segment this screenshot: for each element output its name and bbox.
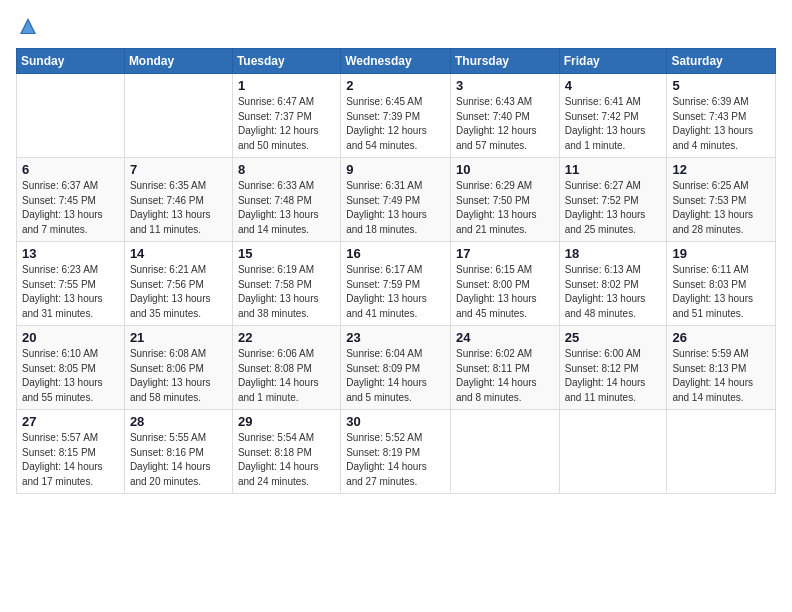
calendar-cell: 16Sunrise: 6:17 AM Sunset: 7:59 PM Dayli… <box>341 242 451 326</box>
day-number: 5 <box>672 78 770 93</box>
calendar-header-thursday: Thursday <box>450 49 559 74</box>
calendar-cell: 23Sunrise: 6:04 AM Sunset: 8:09 PM Dayli… <box>341 326 451 410</box>
calendar-header-wednesday: Wednesday <box>341 49 451 74</box>
day-info: Sunrise: 6:43 AM Sunset: 7:40 PM Dayligh… <box>456 95 554 153</box>
day-number: 18 <box>565 246 662 261</box>
calendar-week-1: 1Sunrise: 6:47 AM Sunset: 7:37 PM Daylig… <box>17 74 776 158</box>
calendar-week-4: 20Sunrise: 6:10 AM Sunset: 8:05 PM Dayli… <box>17 326 776 410</box>
calendar-cell: 3Sunrise: 6:43 AM Sunset: 7:40 PM Daylig… <box>450 74 559 158</box>
calendar-header-tuesday: Tuesday <box>232 49 340 74</box>
calendar-cell: 14Sunrise: 6:21 AM Sunset: 7:56 PM Dayli… <box>124 242 232 326</box>
day-info: Sunrise: 6:33 AM Sunset: 7:48 PM Dayligh… <box>238 179 335 237</box>
calendar-cell: 9Sunrise: 6:31 AM Sunset: 7:49 PM Daylig… <box>341 158 451 242</box>
calendar-cell: 28Sunrise: 5:55 AM Sunset: 8:16 PM Dayli… <box>124 410 232 494</box>
day-info: Sunrise: 6:47 AM Sunset: 7:37 PM Dayligh… <box>238 95 335 153</box>
day-number: 2 <box>346 78 445 93</box>
logo <box>16 16 38 36</box>
day-number: 17 <box>456 246 554 261</box>
calendar-cell: 8Sunrise: 6:33 AM Sunset: 7:48 PM Daylig… <box>232 158 340 242</box>
logo-icon <box>18 16 38 36</box>
day-info: Sunrise: 6:35 AM Sunset: 7:46 PM Dayligh… <box>130 179 227 237</box>
calendar-header-sunday: Sunday <box>17 49 125 74</box>
day-info: Sunrise: 5:52 AM Sunset: 8:19 PM Dayligh… <box>346 431 445 489</box>
calendar-cell: 24Sunrise: 6:02 AM Sunset: 8:11 PM Dayli… <box>450 326 559 410</box>
day-number: 20 <box>22 330 119 345</box>
calendar-cell: 25Sunrise: 6:00 AM Sunset: 8:12 PM Dayli… <box>559 326 667 410</box>
day-number: 3 <box>456 78 554 93</box>
day-info: Sunrise: 6:10 AM Sunset: 8:05 PM Dayligh… <box>22 347 119 405</box>
day-number: 16 <box>346 246 445 261</box>
day-info: Sunrise: 6:21 AM Sunset: 7:56 PM Dayligh… <box>130 263 227 321</box>
day-info: Sunrise: 6:17 AM Sunset: 7:59 PM Dayligh… <box>346 263 445 321</box>
calendar-cell: 19Sunrise: 6:11 AM Sunset: 8:03 PM Dayli… <box>667 242 776 326</box>
day-info: Sunrise: 6:00 AM Sunset: 8:12 PM Dayligh… <box>565 347 662 405</box>
day-number: 28 <box>130 414 227 429</box>
day-number: 11 <box>565 162 662 177</box>
day-number: 30 <box>346 414 445 429</box>
calendar-cell: 12Sunrise: 6:25 AM Sunset: 7:53 PM Dayli… <box>667 158 776 242</box>
calendar-cell: 13Sunrise: 6:23 AM Sunset: 7:55 PM Dayli… <box>17 242 125 326</box>
calendar-cell <box>559 410 667 494</box>
day-number: 12 <box>672 162 770 177</box>
day-info: Sunrise: 6:13 AM Sunset: 8:02 PM Dayligh… <box>565 263 662 321</box>
calendar-week-3: 13Sunrise: 6:23 AM Sunset: 7:55 PM Dayli… <box>17 242 776 326</box>
calendar-cell: 7Sunrise: 6:35 AM Sunset: 7:46 PM Daylig… <box>124 158 232 242</box>
day-number: 24 <box>456 330 554 345</box>
day-number: 15 <box>238 246 335 261</box>
calendar-header-friday: Friday <box>559 49 667 74</box>
calendar-cell: 10Sunrise: 6:29 AM Sunset: 7:50 PM Dayli… <box>450 158 559 242</box>
day-info: Sunrise: 6:15 AM Sunset: 8:00 PM Dayligh… <box>456 263 554 321</box>
day-number: 7 <box>130 162 227 177</box>
day-info: Sunrise: 6:45 AM Sunset: 7:39 PM Dayligh… <box>346 95 445 153</box>
calendar-cell: 30Sunrise: 5:52 AM Sunset: 8:19 PM Dayli… <box>341 410 451 494</box>
day-number: 19 <box>672 246 770 261</box>
calendar-cell: 1Sunrise: 6:47 AM Sunset: 7:37 PM Daylig… <box>232 74 340 158</box>
day-info: Sunrise: 6:25 AM Sunset: 7:53 PM Dayligh… <box>672 179 770 237</box>
day-number: 25 <box>565 330 662 345</box>
day-info: Sunrise: 6:37 AM Sunset: 7:45 PM Dayligh… <box>22 179 119 237</box>
day-info: Sunrise: 6:04 AM Sunset: 8:09 PM Dayligh… <box>346 347 445 405</box>
day-number: 29 <box>238 414 335 429</box>
day-info: Sunrise: 5:55 AM Sunset: 8:16 PM Dayligh… <box>130 431 227 489</box>
calendar-cell: 11Sunrise: 6:27 AM Sunset: 7:52 PM Dayli… <box>559 158 667 242</box>
day-number: 4 <box>565 78 662 93</box>
calendar-cell: 21Sunrise: 6:08 AM Sunset: 8:06 PM Dayli… <box>124 326 232 410</box>
calendar-cell: 17Sunrise: 6:15 AM Sunset: 8:00 PM Dayli… <box>450 242 559 326</box>
day-number: 6 <box>22 162 119 177</box>
day-number: 14 <box>130 246 227 261</box>
day-info: Sunrise: 6:23 AM Sunset: 7:55 PM Dayligh… <box>22 263 119 321</box>
day-number: 13 <box>22 246 119 261</box>
day-info: Sunrise: 6:19 AM Sunset: 7:58 PM Dayligh… <box>238 263 335 321</box>
day-number: 21 <box>130 330 227 345</box>
day-number: 8 <box>238 162 335 177</box>
calendar-cell: 4Sunrise: 6:41 AM Sunset: 7:42 PM Daylig… <box>559 74 667 158</box>
day-number: 27 <box>22 414 119 429</box>
page: SundayMondayTuesdayWednesdayThursdayFrid… <box>0 0 792 612</box>
day-info: Sunrise: 5:54 AM Sunset: 8:18 PM Dayligh… <box>238 431 335 489</box>
calendar-cell: 5Sunrise: 6:39 AM Sunset: 7:43 PM Daylig… <box>667 74 776 158</box>
calendar-cell: 29Sunrise: 5:54 AM Sunset: 8:18 PM Dayli… <box>232 410 340 494</box>
calendar-table: SundayMondayTuesdayWednesdayThursdayFrid… <box>16 48 776 494</box>
header <box>16 16 776 36</box>
calendar-cell: 2Sunrise: 6:45 AM Sunset: 7:39 PM Daylig… <box>341 74 451 158</box>
day-info: Sunrise: 6:29 AM Sunset: 7:50 PM Dayligh… <box>456 179 554 237</box>
day-info: Sunrise: 6:27 AM Sunset: 7:52 PM Dayligh… <box>565 179 662 237</box>
day-info: Sunrise: 6:31 AM Sunset: 7:49 PM Dayligh… <box>346 179 445 237</box>
day-number: 23 <box>346 330 445 345</box>
calendar-cell <box>450 410 559 494</box>
day-info: Sunrise: 6:11 AM Sunset: 8:03 PM Dayligh… <box>672 263 770 321</box>
calendar-cell: 26Sunrise: 5:59 AM Sunset: 8:13 PM Dayli… <box>667 326 776 410</box>
calendar-header-saturday: Saturday <box>667 49 776 74</box>
day-number: 26 <box>672 330 770 345</box>
day-info: Sunrise: 5:57 AM Sunset: 8:15 PM Dayligh… <box>22 431 119 489</box>
calendar-cell: 15Sunrise: 6:19 AM Sunset: 7:58 PM Dayli… <box>232 242 340 326</box>
day-info: Sunrise: 6:02 AM Sunset: 8:11 PM Dayligh… <box>456 347 554 405</box>
calendar-cell <box>17 74 125 158</box>
day-number: 1 <box>238 78 335 93</box>
calendar-week-5: 27Sunrise: 5:57 AM Sunset: 8:15 PM Dayli… <box>17 410 776 494</box>
calendar-cell: 18Sunrise: 6:13 AM Sunset: 8:02 PM Dayli… <box>559 242 667 326</box>
day-info: Sunrise: 6:06 AM Sunset: 8:08 PM Dayligh… <box>238 347 335 405</box>
day-info: Sunrise: 5:59 AM Sunset: 8:13 PM Dayligh… <box>672 347 770 405</box>
calendar-cell: 20Sunrise: 6:10 AM Sunset: 8:05 PM Dayli… <box>17 326 125 410</box>
calendar-cell: 22Sunrise: 6:06 AM Sunset: 8:08 PM Dayli… <box>232 326 340 410</box>
